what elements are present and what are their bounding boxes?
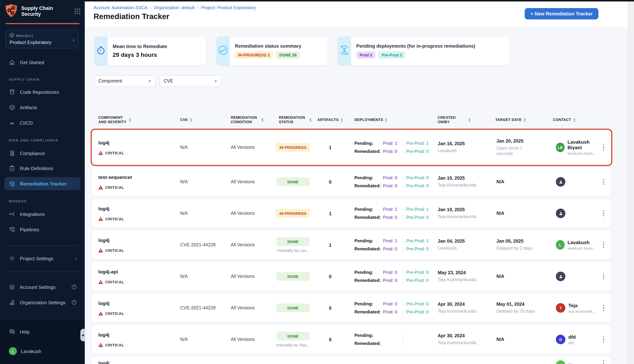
row-menu-kebab[interactable] <box>596 179 611 185</box>
sidebar-item-project-settings[interactable]: Project Settings › <box>5 252 80 265</box>
deploy-prod-value[interactable]: Prod: 0 <box>383 270 400 275</box>
sidebar-item-cicd[interactable]: ∞ CI/CD <box>5 116 80 130</box>
deploy-prod-value[interactable]: Prod: 0 <box>383 246 400 252</box>
breadcrumb: Account: Automation-SSCA › Organization:… <box>94 5 256 10</box>
deploy-prod-value[interactable]: Prod: 0 <box>383 183 400 188</box>
deploy-prod-value[interactable]: Prod: 1 <box>383 238 400 244</box>
contact-avatar: H <box>556 360 565 364</box>
sidebar-item-integrations[interactable]: Integrations <box>5 208 80 221</box>
column-header[interactable]: CREATED ON/BY <box>433 116 492 124</box>
table-row[interactable]: log4jCRITICALCVE-2021-44228All VersionsD… <box>92 294 611 322</box>
sort-icon[interactable] <box>129 118 131 122</box>
sort-icon[interactable] <box>524 118 526 122</box>
table-row[interactable]: log4j-apiCRITICALN/AAll VersionsDONE0Pen… <box>92 262 611 291</box>
column-header[interactable]: CVE <box>176 118 227 122</box>
sidebar-item-get-started[interactable]: Get Started <box>5 56 80 69</box>
sidebar-user[interactable]: L Lavakush <box>5 344 80 358</box>
sidebar-item-compliance[interactable]: Compliance <box>5 147 80 160</box>
table-row[interactable]: log4jCRITICALCVE-2021-44228All VersionsD… <box>92 230 611 259</box>
table-row[interactable]: log4jCRITICALN/AAll VersionsIN-PROGRESS1… <box>92 199 611 228</box>
column-header[interactable]: REMEDIATION STATUS <box>270 116 315 124</box>
vertical-scrollbar[interactable] <box>628 0 634 364</box>
sidebar-item-account-settings[interactable]: Account Settings <box>5 280 80 294</box>
component-filter-dropdown[interactable]: Component ▼ <box>94 75 156 87</box>
target-date: Jan 20, 2025 <box>496 138 550 144</box>
column-header[interactable]: REMEDIATION CONDITION <box>227 116 270 124</box>
status-cell: DONE <box>270 272 315 281</box>
sidebar-item-help[interactable]: ? Help <box>5 325 80 338</box>
deploy-preprod-value[interactable]: Pre-Prod: 0 <box>406 175 429 180</box>
row-menu-kebab[interactable] <box>596 144 611 150</box>
deploy-preprod-value[interactable]: Pre-Prod: 0 <box>406 301 429 306</box>
module-grid-icon[interactable] <box>74 8 81 15</box>
deploy-prod-value[interactable]: Prod: 0 <box>383 175 400 180</box>
row-menu-kebab[interactable] <box>596 360 611 364</box>
sidebar-collapse-handle[interactable]: ◀ <box>80 329 85 341</box>
column-header[interactable]: TARGET DATE <box>492 118 550 122</box>
row-menu-kebab[interactable] <box>596 274 611 280</box>
row-menu-kebab[interactable] <box>596 242 611 248</box>
table-row[interactable]: log4jHHarness <box>92 357 611 364</box>
target-date: Jan 05, 2025 <box>496 239 550 244</box>
divider <box>403 278 403 283</box>
sidebar-item-organization-settings[interactable]: Organization Settings <box>5 296 80 309</box>
row-menu-kebab[interactable] <box>596 336 611 342</box>
deploy-prod-value[interactable]: Prod: 1 <box>383 207 400 212</box>
new-remediation-tracker-button[interactable]: + New Remediation Tracker <box>525 8 598 20</box>
sort-icon[interactable] <box>573 118 575 122</box>
deploy-preprod-value[interactable]: Pre-Prod: 0 <box>406 246 429 252</box>
deploy-preprod-value[interactable]: Pre-Prod: 1 <box>406 207 429 212</box>
page-title: Remediation Tracker <box>94 12 169 21</box>
breadcrumb-project[interactable]: Project: Product Exploratory <box>201 5 256 10</box>
deploy-preprod-value[interactable]: Pre-Prod: 0 <box>406 149 429 154</box>
sidebar-item-pipelines[interactable]: Pipelines <box>5 223 80 236</box>
deploy-prod-value[interactable]: Prod: 1 <box>383 141 400 146</box>
row-menu-kebab[interactable] <box>596 305 611 311</box>
deploy-preprod-value[interactable]: Pre-Prod: 0 <box>406 215 429 220</box>
deploy-preprod-value[interactable]: Pre-Prod: 0 <box>406 270 429 275</box>
breadcrumb-organization[interactable]: Organization: default <box>154 5 195 10</box>
deploy-prod-value[interactable]: Prod: 0 <box>383 301 400 306</box>
created-by: Teja Kummarikuntla <box>438 277 480 282</box>
created-cell: Apr 30, 2024Teja Kummarikuntla <box>433 333 492 346</box>
table-row[interactable]: log4jCRITICALN/AAll VersionsIN-PROGRESS1… <box>92 130 611 164</box>
table-row[interactable]: test-sequencerCRITICALN/AAll VersionsDON… <box>92 168 611 196</box>
deploy-preprod-value[interactable]: Pre-Prod: 1 <box>406 238 429 244</box>
breadcrumb-account[interactable]: Account: Automation-SSCA <box>94 5 148 10</box>
created-cell: Jan 16, 2025Lavakush <box>433 141 492 154</box>
sidebar-item-remediation-tracker[interactable]: Remediation Tracker <box>5 177 80 190</box>
deploy-prod-value[interactable]: Prod: 0 <box>383 215 400 220</box>
sidebar-item-code-repositories[interactable]: Code Repositories <box>5 86 80 98</box>
table-row[interactable]: log4jCRITICALN/AAll VersionsDONEmanually… <box>92 325 611 354</box>
sidebar-item-artifacts[interactable]: Artifacts <box>5 101 80 114</box>
deploy-preprod-value[interactable]: Pre-Prod: 0 <box>406 183 429 188</box>
sort-icon[interactable] <box>261 118 264 122</box>
cve-filter-dropdown[interactable]: CVE ▼ <box>160 75 222 87</box>
column-header[interactable]: CONTACT <box>550 118 596 122</box>
sort-icon[interactable] <box>468 118 471 122</box>
project-selector[interactable]: PROJECT Product Exploratory › <box>6 30 79 48</box>
deploy-prod-value[interactable]: Prod: 0 <box>383 310 400 314</box>
clipboard-check-icon <box>9 165 16 172</box>
column-header[interactable]: COMPONENT AND SEVERITY <box>92 116 176 124</box>
sidebar-item-rule-definitions[interactable]: Rule Definitions <box>5 162 80 175</box>
column-header[interactable]: ARTIFACTS <box>315 118 345 122</box>
column-header[interactable]: DEPLOYMENTS <box>345 118 433 122</box>
divider <box>403 149 403 154</box>
sort-icon[interactable] <box>190 118 192 122</box>
deploy-preprod-value[interactable]: Pre-Prod: 1 <box>406 141 429 146</box>
organization-icon <box>9 299 16 306</box>
deploy-preprod-value[interactable]: Pre-Prod: 0 <box>406 310 429 314</box>
sort-icon[interactable] <box>341 118 343 122</box>
sort-icon[interactable] <box>309 118 312 122</box>
deploy-prod-value[interactable]: Prod: 0 <box>383 149 400 154</box>
chevron-down-icon: ▼ <box>148 79 152 83</box>
deploy-label: Remediated: <box>355 246 383 252</box>
component-name: log4j-api <box>98 269 176 274</box>
deploy-prod-value[interactable]: Prod: 0 <box>383 278 400 283</box>
deploy-preprod-value[interactable]: Pre-Prod: 0 <box>406 278 429 283</box>
condition-cell: All Versions <box>227 145 270 150</box>
sort-icon[interactable] <box>385 118 388 122</box>
row-menu-kebab[interactable] <box>596 210 611 216</box>
condition-cell: All Versions <box>227 242 270 248</box>
